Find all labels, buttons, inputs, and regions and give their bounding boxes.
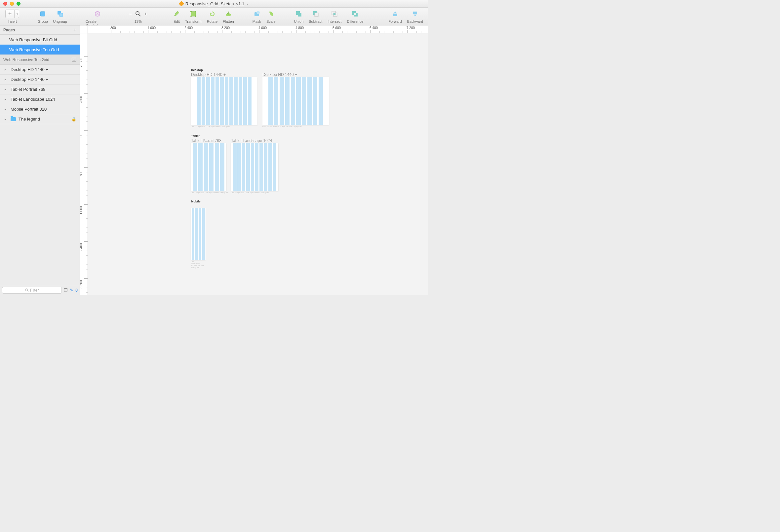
rotate-icon[interactable] [209,11,215,17]
add-page-button[interactable]: + [74,27,76,33]
toolbar-label: Rotate [207,19,217,23]
grid-column [264,143,268,191]
svg-rect-14 [298,13,301,16]
insert-button[interactable]: + ▾ [5,10,19,18]
toolbar-label: Forward [388,19,401,23]
disclosure-icon[interactable]: ▸ [5,97,8,101]
slice-filter-icon[interactable]: ❐ [64,287,68,292]
intersect-icon[interactable] [332,11,337,17]
grid-column [251,143,254,191]
grid-column [313,77,317,125]
forward-icon[interactable] [392,11,398,17]
create-symbol-icon[interactable] [95,11,100,17]
left-panel: Pages + Web Responsive Bit GridWeb Respo… [0,25,80,295]
toolbar-label: Difference [347,19,363,23]
layer-item[interactable]: ▸Desktop HD 1440 + [0,74,80,85]
ruler-label: 3 200 [222,26,230,30]
chevron-down-icon: ▾ [16,12,18,15]
collapse-icon[interactable]: ▴ [72,58,76,62]
zoom-out-button[interactable]: − [128,11,133,16]
artboard-caption: Grid · 1176px width · 10 × 96px columns … [262,125,302,127]
toolbar-label: Insert [8,19,17,23]
layer-item[interactable]: ▸Desktop HD 1440 + [0,65,80,74]
toolbar: + ▾ Insert Group Ungroup Create Symbol −… [0,8,428,25]
section-label: Tablet [191,135,200,138]
artboard[interactable] [191,77,257,125]
artboard[interactable] [191,208,206,260]
zoom-level[interactable]: 13% [135,19,142,23]
artboard-title[interactable]: Tablet P...rait 768 [191,138,226,143]
toolbar-label: Edit [174,19,180,23]
artboard[interactable] [262,77,329,125]
grid-column [237,143,241,191]
grid-column [206,77,210,125]
disclosure-icon[interactable]: ▸ [5,107,8,111]
backward-icon[interactable] [412,11,418,17]
svg-rect-2 [59,13,63,16]
transform-icon[interactable] [190,11,196,17]
disclosure-icon[interactable]: ▸ [5,117,8,121]
mask-icon[interactable] [254,11,260,17]
canvas-area: 8001 6002 4003 2004 0004 8005 6006 4007 … [80,25,428,295]
subtract-icon[interactable] [313,11,319,17]
artboard-title[interactable]: Desktop HD 1440 + [262,72,329,77]
svg-line-4 [139,14,141,16]
scale-icon[interactable] [268,11,274,17]
grid-column [193,143,197,191]
page-item[interactable]: Web Responsive Ten Grid [0,45,80,54]
vertical-ruler[interactable]: -1 600-80008001 6002 4003 200 [80,33,88,295]
grid-column [195,208,198,260]
grid-column [319,77,323,125]
grid-column [197,77,201,125]
group-icon[interactable] [40,11,46,17]
titlebar: Responsive_Grid_Sketch_v1.1 ⌄ [0,0,428,8]
filter-input[interactable]: Filter [2,287,62,294]
disclosure-icon[interactable]: ▸ [5,88,8,91]
disclosure-icon[interactable]: ▸ [5,77,8,81]
lock-icon[interactable]: 🔒 [71,117,76,121]
grid-column [198,143,203,191]
grid-column [259,143,263,191]
grid-column [215,77,219,125]
grid-column [215,143,219,191]
ruler-origin[interactable] [80,25,88,33]
layer-item[interactable]: ▸The legend🔒 [0,114,80,124]
svg-point-3 [136,11,139,15]
page-list: Web Responsive Bit GridWeb Responsive Te… [0,35,80,55]
pages-header: Pages + [0,25,80,35]
plus-icon: + [8,11,12,17]
window-title[interactable]: Responsive_Grid_Sketch_v1.1 ⌄ [0,1,428,6]
svg-line-22 [28,290,29,291]
horizontal-ruler[interactable]: 8001 6002 4003 2004 0004 8005 6006 4007 … [88,25,428,33]
artboard-title[interactable]: Tablet Landscape 1024 [231,138,278,143]
page-item[interactable]: Web Responsive Bit Grid [0,35,80,45]
artboard-caption: Grid · 1176px width · 12 × 78px columns … [191,125,230,127]
flatten-icon[interactable] [226,11,231,17]
svg-rect-0 [40,11,45,16]
canvas[interactable]: DesktopTabletMobileDesktop HD 1440 +Grid… [88,33,428,295]
layer-item[interactable]: ▸Mobile Portrait 320 [0,104,80,114]
export-filter-icon[interactable]: ✎ [70,287,74,292]
grid-column [269,77,273,125]
grid-column [243,77,247,125]
ungroup-icon[interactable] [57,11,63,17]
difference-icon[interactable] [352,11,358,17]
edit-icon[interactable] [174,11,180,17]
artboard[interactable] [231,143,278,191]
ruler-label: 7 200 [406,26,415,30]
layer-item[interactable]: ▸Tablet Portrait 768 [0,85,80,95]
artboard[interactable] [191,143,227,191]
layer-item[interactable]: ▸Tablet Landscape 1024 [0,95,80,104]
svg-point-21 [26,288,28,291]
svg-rect-19 [393,13,397,16]
grid-column [199,208,201,260]
search-icon [25,288,29,292]
svg-point-8 [190,15,192,17]
union-icon[interactable] [296,11,302,17]
artboard-title[interactable]: Desktop HD 1440 + [191,72,257,77]
grid-column [229,77,233,125]
grid-column [211,77,214,125]
zoom-magnify-icon[interactable] [135,11,141,17]
zoom-in-button[interactable]: + [143,11,148,16]
disclosure-icon[interactable]: ▸ [5,68,8,71]
